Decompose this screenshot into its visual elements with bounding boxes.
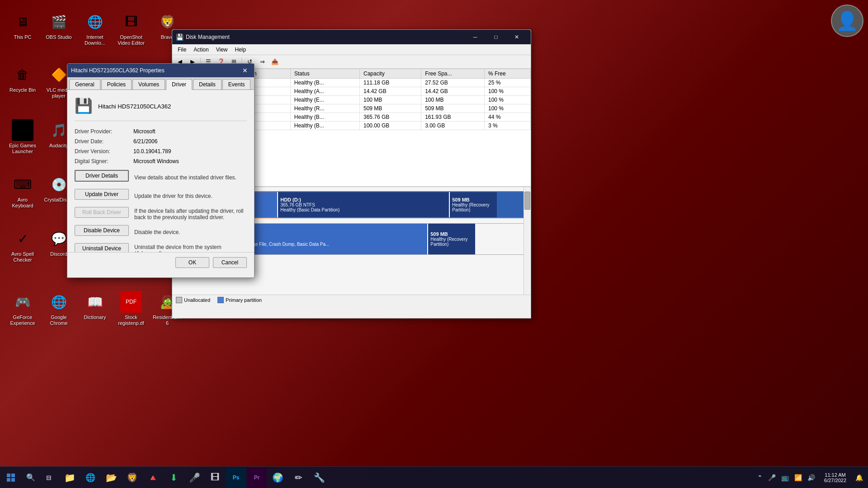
volume-icon[interactable]: 🔊 <box>806 472 817 483</box>
desktop-icon-dictionary[interactable]: 📖 Dictionary <box>77 289 113 322</box>
disk-table-cell: 100.00 GB <box>359 122 421 130</box>
toolbar-btn6[interactable]: 📤 <box>269 56 281 67</box>
network-icon[interactable]: 📶 <box>793 472 804 483</box>
chevron-up-icon[interactable]: ⌃ <box>755 472 764 483</box>
this-pc-label: This PC <box>14 34 31 40</box>
desktop-icon-epic[interactable]: ⚙ Epic Games Launcher <box>5 117 41 156</box>
desktop-icon-avro[interactable]: ⌨ Avro Keyboard <box>5 172 41 211</box>
tab-volumes[interactable]: Volumes <box>132 79 165 89</box>
desktop-icon-openshot[interactable]: 🎞 OpenShot Video Editor <box>113 9 149 48</box>
taskbar-ps-button[interactable]: Ps <box>226 468 246 488</box>
disk-legend: Unallocated Primary partition <box>172 295 531 305</box>
dictionary-label: Dictionary <box>84 314 106 320</box>
disk-table-cell: 111.18 GB <box>359 79 421 87</box>
disk-table-cell: 3 % <box>485 122 531 130</box>
desktop-icon-avro-spell[interactable]: ✓ Avro Spell Checker <box>5 226 41 265</box>
taskbar: 🔍 ⊟ 📁 🌐 📂 🦁 🔺 ⬇ 🎤 🎞 Ps Pr 🌍 ✏ 🔧 ⌃ 🎤 📺 📶 … <box>0 466 868 488</box>
maximize-button[interactable]: □ <box>486 30 506 44</box>
desktop-icon-geforce[interactable]: 🎮 GeForce Experience <box>5 289 41 328</box>
update-driver-button[interactable]: Update Driver <box>75 189 129 200</box>
col-header-freespace[interactable]: Free Spa... <box>421 69 485 79</box>
disk-scroll-track[interactable] <box>524 187 531 295</box>
legend-primary-label: Primary partition <box>226 297 262 303</box>
vlc-icon: 🔶 <box>48 64 70 85</box>
disk-table-cell: 100 % <box>485 87 531 96</box>
pdf-label: Stock registenp.df <box>115 314 147 326</box>
desktop-icon-chrome[interactable]: 🌐 Google Chrome <box>41 289 77 328</box>
tab-driver[interactable]: Driver <box>166 79 192 90</box>
legend-primary-box <box>217 297 224 303</box>
rollback-button: Roll Back Driver <box>75 207 129 218</box>
recycle-bin-label: Recycle Bin <box>9 87 36 93</box>
taskbar-brave-button[interactable]: 🦁 <box>122 468 142 488</box>
desktop-icon-this-pc[interactable]: 🖥 This PC <box>5 9 41 42</box>
taskbar-torrent-button[interactable]: ⬇ <box>164 468 184 488</box>
driver-details-desc: View details about the installed driver … <box>134 174 247 181</box>
desktop-icon-recycle[interactable]: 🗑 Recycle Bin <box>5 62 41 95</box>
legend-unallocated-box <box>176 297 182 303</box>
disk-table-cell: Healthy (B... <box>290 113 359 122</box>
desktop-icon-idm[interactable]: 🌐 Internet Downlo... <box>77 9 113 48</box>
col-header-capacity[interactable]: Capacity <box>359 69 421 79</box>
avatar[interactable]: 👤 <box>831 5 863 37</box>
task-view-button[interactable]: ⊟ <box>40 467 58 488</box>
menu-action[interactable]: Action <box>190 46 212 54</box>
ok-button[interactable]: OK <box>175 257 209 268</box>
disk-table-cell: 509 MB <box>359 104 421 113</box>
col-header-status[interactable]: Status <box>290 69 359 79</box>
props-close-button[interactable]: ✕ <box>240 65 250 76</box>
display-icon[interactable]: 📺 <box>779 472 791 483</box>
taskbar-explorer-button[interactable]: 📁 <box>60 468 80 488</box>
notification-center-button[interactable]: 🔔 <box>850 467 868 488</box>
taskbar-clock[interactable]: 11:12 AM 6/27/2022 <box>821 467 850 488</box>
idm-label: Internet Downlo... <box>79 34 111 46</box>
disk-table-cell: 100 % <box>485 104 531 113</box>
taskbar-pen-button[interactable]: ✏ <box>288 468 308 488</box>
partition-recovery2[interactable]: 509 MB Healthy (Recovery Partition) <box>428 224 475 254</box>
taskbar-mumble-button[interactable]: 🎤 <box>184 468 204 488</box>
col-header-percentfree[interactable]: % Free <box>485 69 531 79</box>
disk-table-cell: 509 MB <box>421 104 485 113</box>
menu-help[interactable]: Help <box>231 46 250 54</box>
taskbar-pr-button[interactable]: Pr <box>247 468 267 488</box>
discord-label: Discord <box>50 251 67 257</box>
openshot-icon: 🎞 <box>120 11 142 33</box>
taskbar-filemanager-button[interactable]: 📂 <box>101 468 121 488</box>
minimize-button[interactable]: ─ <box>465 30 486 44</box>
rollback-desc: If the device fails after updating the d… <box>134 208 247 221</box>
desktop-icon-pdf[interactable]: PDF Stock registenp.df <box>113 289 149 328</box>
taskbar-globe-button[interactable]: 🌍 <box>268 468 288 488</box>
taskbar-tool-button[interactable]: 🔧 <box>309 468 329 488</box>
start-button[interactable] <box>0 467 22 488</box>
disable-device-button[interactable]: Disable Device <box>75 225 129 236</box>
tab-general[interactable]: General <box>69 79 100 89</box>
disk-mgmt-titlebar[interactable]: 💾 Disk Management ─ □ ✕ <box>172 30 531 44</box>
menu-view[interactable]: View <box>212 46 231 54</box>
props-content: 💾 Hitachi HDS721050CLA362 Driver Provide… <box>67 90 254 272</box>
driver-details-button[interactable]: Driver Details <box>75 170 129 182</box>
cancel-button[interactable]: Cancel <box>213 257 247 268</box>
tab-details[interactable]: Details <box>193 79 222 89</box>
tab-events[interactable]: Events <box>222 79 251 89</box>
properties-dialog: Hitachi HDS721050CLA362 Properties ✕ Gen… <box>67 63 255 278</box>
toolbar-btn5[interactable]: ⇒ <box>256 56 268 67</box>
taskbar-media-button[interactable]: 🔺 <box>143 468 163 488</box>
clock-date: 6/27/2022 <box>824 478 846 483</box>
taskbar-search-button[interactable]: 🔍 <box>22 467 40 488</box>
tab-policies[interactable]: Policies <box>101 79 132 89</box>
close-button[interactable]: ✕ <box>506 30 527 44</box>
mic-icon[interactable]: 🎤 <box>766 472 778 483</box>
audacity-icon: 🎵 <box>48 119 70 141</box>
disk-mgmt-menu: File Action View Help <box>172 44 531 55</box>
partition-recovery1[interactable]: 509 MB Healthy (Recovery Partition) <box>450 192 497 217</box>
taskbar-chrome-button[interactable]: 🌐 <box>80 468 100 488</box>
desktop-icon-obs[interactable]: 🎬 OBS Studio <box>41 9 77 42</box>
partition-hdd-d[interactable]: HDD (D:) 365.76 GB NTFS Healthy (Basic D… <box>278 192 450 217</box>
taskbar-video-button[interactable]: 🎞 <box>205 468 225 488</box>
disk-table-cell: 365.76 GB <box>359 113 421 122</box>
menu-file[interactable]: File <box>174 46 190 54</box>
disk-scroll-thumb[interactable] <box>524 192 530 210</box>
field-signer-value: Microsoft Windows <box>133 158 179 164</box>
props-titlebar[interactable]: Hitachi HDS721050CLA362 Properties ✕ <box>67 64 254 77</box>
disable-device-row: Disable Device Disable the device. <box>75 225 247 239</box>
